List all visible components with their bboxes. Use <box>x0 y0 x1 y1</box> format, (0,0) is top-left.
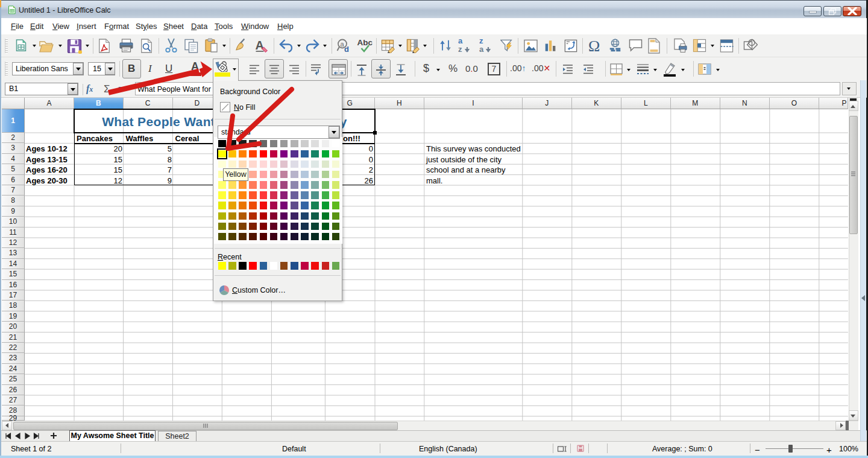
svg-text:Ω: Ω <box>588 37 600 54</box>
svg-text:A: A <box>256 39 264 52</box>
svg-text:z: z <box>458 45 462 54</box>
svg-text:d: d <box>344 45 349 54</box>
svg-text:a: a <box>479 45 484 54</box>
svg-text:Abc: Abc <box>357 38 373 47</box>
